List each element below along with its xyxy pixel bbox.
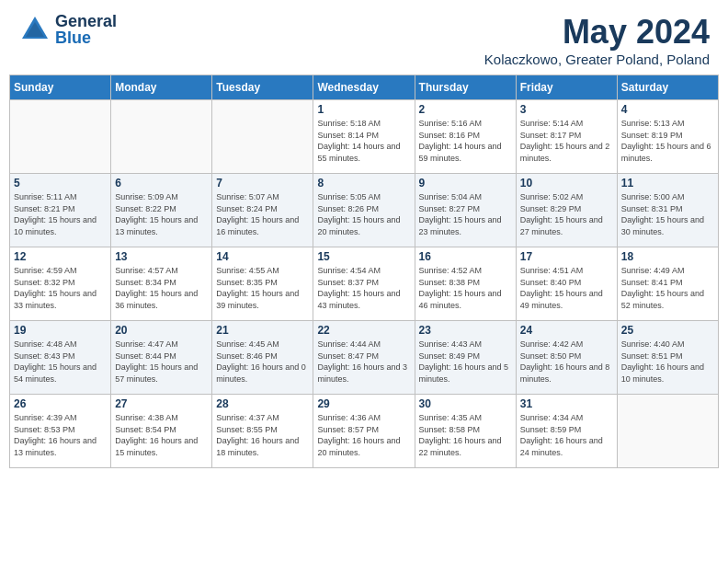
calendar-week-row: 12Sunrise: 4:59 AMSunset: 8:32 PMDayligh…	[10, 247, 719, 321]
day-info: Sunrise: 4:49 AMSunset: 8:41 PMDaylight:…	[621, 265, 714, 311]
day-number: 11	[621, 177, 714, 190]
calendar-cell: 22Sunrise: 4:44 AMSunset: 8:47 PMDayligh…	[313, 321, 415, 395]
calendar-cell: 29Sunrise: 4:36 AMSunset: 8:57 PMDayligh…	[313, 395, 415, 468]
calendar-cell: 31Sunrise: 4:34 AMSunset: 8:59 PMDayligh…	[516, 395, 617, 468]
calendar-cell: 1Sunrise: 5:18 AMSunset: 8:14 PMDaylight…	[313, 100, 415, 174]
day-number: 17	[520, 250, 613, 263]
day-number: 16	[419, 250, 512, 263]
calendar-cell: 27Sunrise: 4:38 AMSunset: 8:54 PMDayligh…	[111, 395, 212, 468]
day-info: Sunrise: 4:40 AMSunset: 8:51 PMDaylight:…	[621, 339, 714, 385]
calendar-cell: 6Sunrise: 5:09 AMSunset: 8:22 PMDaylight…	[111, 174, 212, 247]
day-info: Sunrise: 5:13 AMSunset: 8:19 PMDaylight:…	[621, 118, 714, 164]
day-info: Sunrise: 5:14 AMSunset: 8:17 PMDaylight:…	[520, 118, 613, 164]
day-info: Sunrise: 4:51 AMSunset: 8:40 PMDaylight:…	[520, 265, 613, 311]
day-info: Sunrise: 5:05 AMSunset: 8:26 PMDaylight:…	[317, 191, 410, 237]
day-number: 10	[520, 177, 613, 190]
weekday-header: Sunday	[10, 75, 111, 100]
month-title: May 2024	[484, 13, 710, 52]
day-number: 8	[317, 177, 410, 190]
calendar-cell	[10, 100, 111, 174]
calendar: SundayMondayTuesdayWednesdayThursdayFrid…	[9, 75, 719, 468]
calendar-cell: 7Sunrise: 5:07 AMSunset: 8:24 PMDaylight…	[212, 174, 313, 247]
logo: General Blue	[18, 13, 117, 46]
day-number: 26	[14, 397, 107, 410]
day-info: Sunrise: 4:54 AMSunset: 8:37 PMDaylight:…	[317, 265, 410, 311]
day-number: 25	[621, 324, 714, 337]
day-number: 12	[14, 250, 107, 263]
location: Kolaczkowo, Greater Poland, Poland	[484, 52, 710, 67]
calendar-cell: 9Sunrise: 5:04 AMSunset: 8:27 PMDaylight…	[415, 174, 516, 247]
calendar-cell: 16Sunrise: 4:52 AMSunset: 8:38 PMDayligh…	[415, 247, 516, 321]
weekday-header: Thursday	[415, 75, 516, 100]
title-block: May 2024 Kolaczkowo, Greater Poland, Pol…	[484, 13, 710, 67]
day-info: Sunrise: 4:55 AMSunset: 8:35 PMDaylight:…	[216, 265, 309, 311]
day-number: 9	[419, 177, 512, 190]
day-number: 22	[317, 324, 410, 337]
day-info: Sunrise: 5:18 AMSunset: 8:14 PMDaylight:…	[317, 118, 410, 164]
day-number: 30	[419, 397, 512, 410]
day-info: Sunrise: 5:04 AMSunset: 8:27 PMDaylight:…	[419, 191, 512, 237]
day-number: 1	[317, 103, 410, 116]
calendar-cell: 23Sunrise: 4:43 AMSunset: 8:49 PMDayligh…	[415, 321, 516, 395]
day-info: Sunrise: 4:38 AMSunset: 8:54 PMDaylight:…	[115, 412, 208, 458]
page-header: General Blue May 2024 Kolaczkowo, Greate…	[0, 0, 728, 75]
calendar-cell: 25Sunrise: 4:40 AMSunset: 8:51 PMDayligh…	[617, 321, 718, 395]
calendar-cell: 12Sunrise: 4:59 AMSunset: 8:32 PMDayligh…	[10, 247, 111, 321]
day-number: 5	[14, 177, 107, 190]
logo-icon	[18, 13, 51, 46]
day-info: Sunrise: 4:44 AMSunset: 8:47 PMDaylight:…	[317, 339, 410, 385]
day-info: Sunrise: 5:09 AMSunset: 8:22 PMDaylight:…	[115, 191, 208, 237]
calendar-cell: 4Sunrise: 5:13 AMSunset: 8:19 PMDaylight…	[617, 100, 718, 174]
day-info: Sunrise: 4:36 AMSunset: 8:57 PMDaylight:…	[317, 412, 410, 458]
calendar-cell: 18Sunrise: 4:49 AMSunset: 8:41 PMDayligh…	[617, 247, 718, 321]
day-info: Sunrise: 4:37 AMSunset: 8:55 PMDaylight:…	[216, 412, 309, 458]
calendar-week-row: 1Sunrise: 5:18 AMSunset: 8:14 PMDaylight…	[10, 100, 719, 174]
day-info: Sunrise: 5:02 AMSunset: 8:29 PMDaylight:…	[520, 191, 613, 237]
day-number: 19	[14, 324, 107, 337]
day-info: Sunrise: 5:11 AMSunset: 8:21 PMDaylight:…	[14, 191, 107, 237]
day-info: Sunrise: 4:47 AMSunset: 8:44 PMDaylight:…	[115, 339, 208, 385]
calendar-cell: 15Sunrise: 4:54 AMSunset: 8:37 PMDayligh…	[313, 247, 415, 321]
calendar-cell: 11Sunrise: 5:00 AMSunset: 8:31 PMDayligh…	[617, 174, 718, 247]
calendar-week-row: 26Sunrise: 4:39 AMSunset: 8:53 PMDayligh…	[10, 395, 719, 468]
day-number: 2	[419, 103, 512, 116]
day-number: 31	[520, 397, 613, 410]
calendar-cell: 26Sunrise: 4:39 AMSunset: 8:53 PMDayligh…	[10, 395, 111, 468]
logo-general: General	[55, 13, 117, 29]
weekday-header: Monday	[111, 75, 212, 100]
day-number: 27	[115, 397, 208, 410]
day-number: 28	[216, 397, 309, 410]
day-number: 15	[317, 250, 410, 263]
weekday-header: Tuesday	[212, 75, 313, 100]
day-info: Sunrise: 5:00 AMSunset: 8:31 PMDaylight:…	[621, 191, 714, 237]
day-info: Sunrise: 4:42 AMSunset: 8:50 PMDaylight:…	[520, 339, 613, 385]
day-info: Sunrise: 5:16 AMSunset: 8:16 PMDaylight:…	[419, 118, 512, 164]
day-info: Sunrise: 4:45 AMSunset: 8:46 PMDaylight:…	[216, 339, 309, 385]
day-number: 29	[317, 397, 410, 410]
day-info: Sunrise: 5:07 AMSunset: 8:24 PMDaylight:…	[216, 191, 309, 237]
day-info: Sunrise: 4:43 AMSunset: 8:49 PMDaylight:…	[419, 339, 512, 385]
calendar-cell: 19Sunrise: 4:48 AMSunset: 8:43 PMDayligh…	[10, 321, 111, 395]
day-info: Sunrise: 4:52 AMSunset: 8:38 PMDaylight:…	[419, 265, 512, 311]
calendar-cell: 14Sunrise: 4:55 AMSunset: 8:35 PMDayligh…	[212, 247, 313, 321]
day-number: 14	[216, 250, 309, 263]
day-number: 24	[520, 324, 613, 337]
day-number: 7	[216, 177, 309, 190]
calendar-cell: 10Sunrise: 5:02 AMSunset: 8:29 PMDayligh…	[516, 174, 617, 247]
calendar-cell: 17Sunrise: 4:51 AMSunset: 8:40 PMDayligh…	[516, 247, 617, 321]
day-info: Sunrise: 4:59 AMSunset: 8:32 PMDaylight:…	[14, 265, 107, 311]
day-number: 18	[621, 250, 714, 263]
calendar-cell: 30Sunrise: 4:35 AMSunset: 8:58 PMDayligh…	[415, 395, 516, 468]
day-number: 20	[115, 324, 208, 337]
day-number: 4	[621, 103, 714, 116]
calendar-cell: 28Sunrise: 4:37 AMSunset: 8:55 PMDayligh…	[212, 395, 313, 468]
weekday-header: Wednesday	[313, 75, 415, 100]
day-info: Sunrise: 4:39 AMSunset: 8:53 PMDaylight:…	[14, 412, 107, 458]
calendar-cell: 8Sunrise: 5:05 AMSunset: 8:26 PMDaylight…	[313, 174, 415, 247]
calendar-cell: 20Sunrise: 4:47 AMSunset: 8:44 PMDayligh…	[111, 321, 212, 395]
day-number: 6	[115, 177, 208, 190]
calendar-cell: 5Sunrise: 5:11 AMSunset: 8:21 PMDaylight…	[10, 174, 111, 247]
weekday-header: Friday	[516, 75, 617, 100]
calendar-cell	[617, 395, 718, 468]
day-info: Sunrise: 4:35 AMSunset: 8:58 PMDaylight:…	[419, 412, 512, 458]
